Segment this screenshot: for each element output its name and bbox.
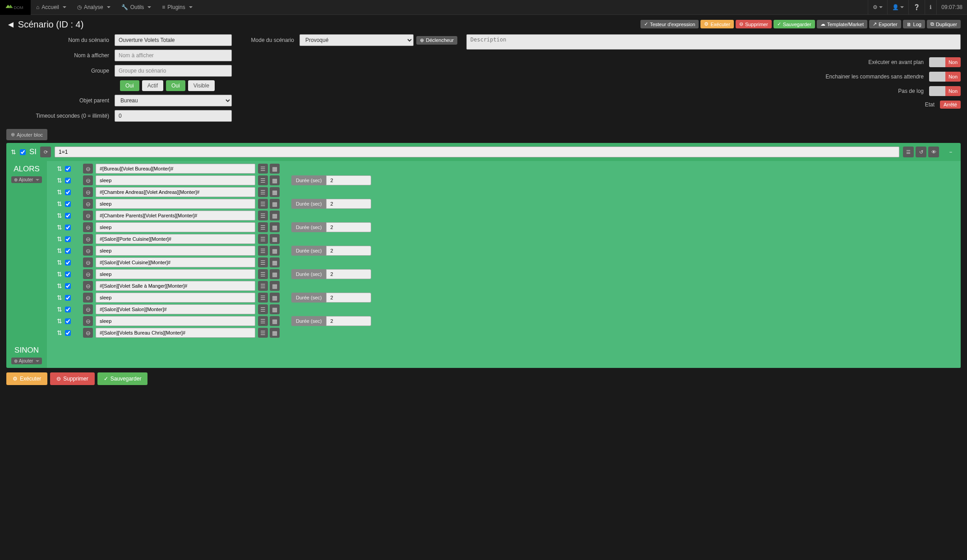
drag-handle[interactable]: ⇅ xyxy=(57,247,62,254)
grid-button[interactable]: ▦ xyxy=(270,211,280,220)
remove-action-button[interactable]: ⊖ xyxy=(83,269,93,279)
drag-handle[interactable]: ⇅ xyxy=(57,306,62,313)
footer-save-button[interactable]: ✓Sauvegarder xyxy=(97,372,148,385)
list-button[interactable]: ☰ xyxy=(258,234,268,244)
grid-button[interactable]: ▦ xyxy=(270,316,280,326)
drag-handle[interactable]: ⇅ xyxy=(57,224,62,231)
parent-select[interactable]: Bureau xyxy=(115,95,232,106)
grid-button[interactable]: ▦ xyxy=(270,175,280,185)
drag-handle[interactable]: ⇅ xyxy=(57,317,62,325)
list-button[interactable]: ☰ xyxy=(258,316,268,326)
action-checkbox[interactable] xyxy=(65,330,71,336)
remove-action-button[interactable]: ⊖ xyxy=(83,175,93,185)
action-checkbox[interactable] xyxy=(65,189,71,195)
duree-input[interactable] xyxy=(326,175,371,185)
action-command-input[interactable] xyxy=(96,246,255,256)
action-command-input[interactable] xyxy=(96,175,255,185)
drag-handle[interactable]: ⇅ xyxy=(57,235,62,243)
action-checkbox[interactable] xyxy=(65,318,71,324)
action-command-input[interactable] xyxy=(96,222,255,232)
remove-action-button[interactable]: ⊖ xyxy=(83,281,93,291)
remove-block-button[interactable]: − xyxy=(945,147,956,157)
action-checkbox[interactable] xyxy=(65,295,71,301)
alors-add-button[interactable]: ⊕Ajouter xyxy=(11,176,42,183)
grid-button[interactable]: ▦ xyxy=(270,328,280,338)
action-checkbox[interactable] xyxy=(65,236,71,242)
grid-button[interactable]: ▦ xyxy=(270,199,280,209)
grid-button[interactable]: ▦ xyxy=(270,293,280,303)
list-button[interactable]: ☰ xyxy=(258,175,268,185)
list-button[interactable]: ☰ xyxy=(258,187,268,197)
action-command-input[interactable] xyxy=(96,281,255,291)
drag-handle[interactable]: ⇅ xyxy=(57,294,62,301)
mode-select[interactable]: Provoqué xyxy=(299,34,414,46)
drag-handle[interactable]: ⇅ xyxy=(57,259,62,266)
action-command-input[interactable] xyxy=(96,304,255,314)
action-checkbox[interactable] xyxy=(65,307,71,312)
action-command-input[interactable] xyxy=(96,269,255,279)
action-checkbox[interactable] xyxy=(65,166,71,172)
remove-action-button[interactable]: ⊖ xyxy=(83,222,93,232)
drag-handle[interactable]: ⇅ xyxy=(57,212,62,219)
remove-action-button[interactable]: ⊖ xyxy=(83,246,93,256)
action-checkbox[interactable] xyxy=(65,260,71,266)
log-button[interactable]: 🗎Log xyxy=(903,20,925,28)
drag-handle[interactable]: ⇅ xyxy=(57,165,62,172)
action-command-input[interactable] xyxy=(96,316,255,326)
nav-help[interactable]: ❔ xyxy=(908,0,925,15)
group-input[interactable] xyxy=(115,65,232,77)
nav-settings[interactable]: ⚙ xyxy=(868,0,887,15)
grid-button[interactable]: ▦ xyxy=(270,222,280,232)
footer-execute-button[interactable]: ⚙Exécuter xyxy=(6,372,47,385)
footer-delete-button[interactable]: ⊖Supprimer xyxy=(50,372,94,385)
name-input[interactable] xyxy=(115,34,232,46)
remove-action-button[interactable]: ⊖ xyxy=(83,316,93,326)
drag-handle[interactable]: ⇅ xyxy=(57,282,62,289)
undo-button[interactable]: ↺ xyxy=(916,147,926,157)
list-button[interactable]: ☰ xyxy=(258,246,268,256)
action-command-input[interactable] xyxy=(96,328,255,338)
add-block-button[interactable]: ⊕Ajouter bloc xyxy=(6,129,47,140)
foreground-toggle[interactable]: Non xyxy=(929,57,961,67)
grid-button[interactable]: ▦ xyxy=(270,246,280,256)
action-command-input[interactable] xyxy=(96,164,255,174)
condition-input[interactable] xyxy=(55,147,899,157)
drag-handle[interactable]: ⇅ xyxy=(57,177,62,184)
save-button[interactable]: ✓Sauvegarder xyxy=(774,20,815,28)
action-checkbox[interactable] xyxy=(65,213,71,219)
remove-action-button[interactable]: ⊖ xyxy=(83,304,93,314)
template-button[interactable]: ☁Template/Market xyxy=(817,20,867,28)
remove-action-button[interactable]: ⊖ xyxy=(83,257,93,267)
grid-button[interactable]: ▦ xyxy=(270,257,280,267)
remove-action-button[interactable]: ⊖ xyxy=(83,187,93,197)
logo[interactable]: DOM xyxy=(0,0,31,15)
test-expression-button[interactable]: ✓Testeur d'expression xyxy=(640,20,699,28)
remove-action-button[interactable]: ⊖ xyxy=(83,293,93,303)
action-command-input[interactable] xyxy=(96,257,255,267)
list-button[interactable]: ☰ xyxy=(258,222,268,232)
list-button[interactable]: ☰ xyxy=(258,211,268,220)
duree-input[interactable] xyxy=(326,222,371,232)
chain-toggle[interactable]: Non xyxy=(929,72,961,82)
eye-button[interactable]: 👁 xyxy=(928,147,939,157)
grid-button[interactable]: ▦ xyxy=(270,164,280,174)
duree-input[interactable] xyxy=(326,316,371,326)
trigger-button[interactable]: ⊕Déclencheur xyxy=(416,36,457,45)
list-button[interactable]: ☰ xyxy=(258,199,268,209)
nav-plugins[interactable]: ≡Plugins xyxy=(157,0,198,15)
action-checkbox[interactable] xyxy=(65,248,71,254)
drag-handle[interactable]: ⇅ xyxy=(57,188,62,196)
duree-input[interactable] xyxy=(326,199,371,209)
nav-accueil[interactable]: ⌂Accueil xyxy=(31,0,72,15)
remove-action-button[interactable]: ⊖ xyxy=(83,328,93,338)
timeout-input[interactable] xyxy=(115,110,232,122)
export-button[interactable]: ↗Exporter xyxy=(869,20,901,28)
display-input[interactable] xyxy=(115,50,232,61)
delete-button[interactable]: ⊖Supprimer xyxy=(736,20,772,28)
action-checkbox[interactable] xyxy=(65,178,71,184)
duree-input[interactable] xyxy=(326,293,371,303)
action-command-input[interactable] xyxy=(96,211,255,220)
action-checkbox[interactable] xyxy=(65,201,71,207)
grid-button[interactable]: ▦ xyxy=(270,187,280,197)
remove-action-button[interactable]: ⊖ xyxy=(83,234,93,244)
